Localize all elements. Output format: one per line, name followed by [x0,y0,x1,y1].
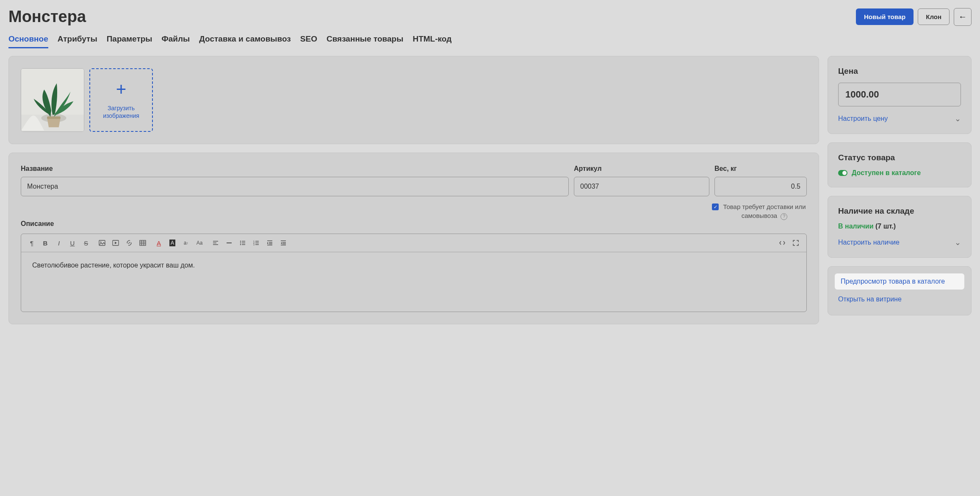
font-size-icon[interactable]: a↕ [181,238,191,248]
open-storefront-link[interactable]: Открыть на витрине [838,292,961,307]
page-title: Монстера [8,8,86,26]
font-family-icon[interactable]: Aa [195,238,204,248]
tab-main[interactable]: Основное [8,34,48,48]
tab-attributes[interactable]: Атрибуты [58,34,97,48]
text-color-icon[interactable]: A [154,238,163,248]
tab-seo[interactable]: SEO [300,34,317,48]
underline-icon[interactable]: U [68,238,77,248]
indent-icon[interactable] [265,238,274,248]
configure-stock-link[interactable]: Настроить наличие ⌄ [838,238,961,247]
name-input[interactable] [21,177,569,196]
description-label: Описание [21,220,807,228]
status-label: Доступен в каталоге [852,169,921,177]
tab-related[interactable]: Связанные товары [327,34,404,48]
code-view-icon[interactable] [778,238,787,248]
upload-label: Загрузить изображения [103,104,139,120]
plus-icon: + [116,81,127,98]
editor-toolbar: ¶ B I U S [21,234,806,252]
image-icon[interactable] [97,238,107,248]
tab-files[interactable]: Файлы [162,34,190,48]
stock-card: Наличие на складе В наличии (7 шт.) Наст… [828,196,972,258]
status-title: Статус товара [838,153,961,162]
tab-html[interactable]: HTML-код [412,34,451,48]
preview-card: Предпросмотр товара в каталоге Открыть н… [828,266,972,315]
back-button[interactable]: ← [954,8,972,26]
horizontal-rule-icon[interactable] [224,238,234,248]
stock-status: В наличии (7 шт.) [838,223,961,230]
chevron-down-icon: ⌄ [955,238,961,247]
strikethrough-icon[interactable]: S [81,238,91,248]
requires-delivery-label: Товар требует доставки или самовывоза ? [722,202,807,220]
price-card: Цена ₽ Настроить цену ⌄ [828,56,972,134]
header-actions: Новый товар Клон ← [856,8,972,26]
upload-image-button[interactable]: + Загрузить изображения [89,68,153,132]
check-icon: ✓ [714,204,717,210]
italic-icon[interactable]: I [54,238,64,248]
align-icon[interactable] [211,238,220,248]
name-label: Название [21,165,569,173]
sku-label: Артикул [574,165,709,173]
svg-rect-3 [47,116,61,119]
clone-button[interactable]: Клон [918,8,950,25]
tab-parameters[interactable]: Параметры [107,34,152,48]
fullscreen-icon[interactable] [791,238,800,248]
images-card: + Загрузить изображения [8,56,819,144]
svg-point-16 [240,241,241,242]
bold-icon[interactable]: B [41,238,50,248]
price-input[interactable] [839,83,961,106]
weight-label: Вес, кг [714,165,807,173]
status-toggle[interactable] [838,170,847,176]
description-editor: ¶ B I U S [21,234,807,312]
background-color-icon[interactable]: A [168,238,177,248]
ordered-list-icon[interactable]: 123 [252,238,261,248]
svg-point-18 [240,244,241,245]
product-image-thumbnail[interactable] [21,68,84,132]
outdent-icon[interactable] [279,238,288,248]
sku-input[interactable] [574,177,709,196]
weight-input[interactable] [714,177,807,196]
stock-title: Наличие на складе [838,206,961,216]
configure-price-link[interactable]: Настроить цену ⌄ [838,114,961,123]
price-title: Цена [838,67,961,76]
status-card: Статус товара Доступен в каталоге [828,142,972,187]
svg-point-17 [240,242,241,243]
requires-delivery-checkbox[interactable]: ✓ [712,203,719,210]
svg-rect-7 [140,240,146,245]
svg-point-5 [100,242,102,243]
arrow-left-icon: ← [958,12,967,22]
preview-catalog-link[interactable]: Предпросмотр товара в каталоге [835,273,964,290]
paragraph-icon[interactable]: ¶ [27,238,36,248]
table-icon[interactable] [138,238,147,248]
chevron-down-icon: ⌄ [955,114,961,123]
tabs: Основное Атрибуты Параметры Файлы Достав… [8,34,972,48]
new-product-button[interactable]: Новый товар [856,8,914,25]
fields-card: Название Артикул Вес, кг ✓ [8,153,819,324]
link-icon[interactable] [125,238,134,248]
description-textarea[interactable]: Светолюбивое растение, которое украсит в… [21,252,806,312]
tab-delivery[interactable]: Доставка и самовывоз [199,34,291,48]
svg-text:3: 3 [253,243,255,246]
unordered-list-icon[interactable] [238,238,247,248]
help-icon[interactable]: ? [781,213,787,220]
video-icon[interactable] [111,238,120,248]
